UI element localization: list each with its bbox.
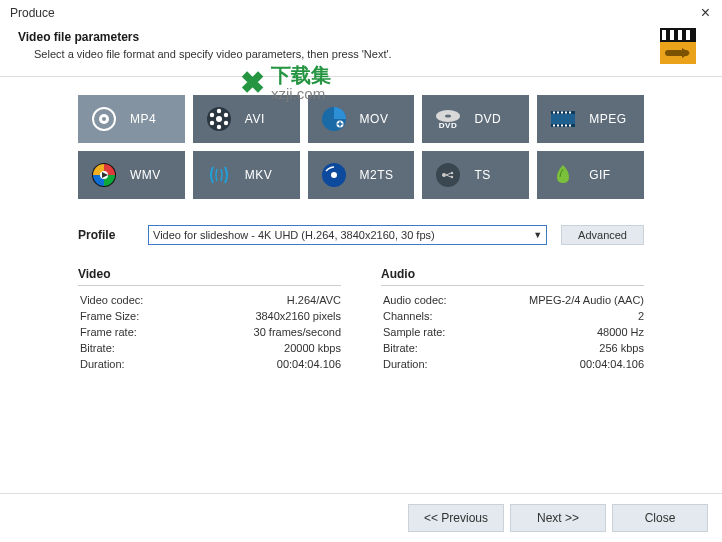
mp4-icon bbox=[90, 105, 118, 133]
format-mpeg[interactable]: MPEG bbox=[537, 95, 644, 143]
svg-rect-30 bbox=[553, 125, 555, 127]
spec-row: Frame Size:3840x2160 pixels bbox=[78, 308, 341, 324]
spec-row: Duration:00:04:04.106 bbox=[78, 356, 341, 372]
spec-row: Bitrate:20000 kbps bbox=[78, 340, 341, 356]
format-grid: MP4 AVI MOV DVD DVD MPEG bbox=[78, 95, 644, 199]
svg-rect-2 bbox=[670, 30, 674, 40]
chevron-down-icon: ▼ bbox=[533, 230, 542, 240]
spec-row: Video codec:H.264/AVC bbox=[78, 292, 341, 308]
svg-point-41 bbox=[451, 172, 453, 174]
svg-point-8 bbox=[102, 117, 106, 121]
close-icon[interactable]: × bbox=[697, 4, 714, 22]
profile-label: Profile bbox=[78, 228, 134, 242]
format-label: MPEG bbox=[589, 112, 626, 126]
format-label: TS bbox=[474, 168, 490, 182]
footer: << Previous Next >> Close bbox=[0, 493, 722, 542]
svg-text:DVD: DVD bbox=[439, 121, 457, 130]
close-button[interactable]: Close bbox=[612, 504, 708, 532]
format-label: MP4 bbox=[130, 112, 156, 126]
svg-point-39 bbox=[436, 163, 460, 187]
format-ts[interactable]: TS bbox=[422, 151, 529, 199]
specs: Video Video codec:H.264/AVC Frame Size:3… bbox=[78, 267, 644, 372]
svg-rect-31 bbox=[557, 125, 559, 127]
video-heading: Video bbox=[78, 267, 341, 286]
svg-rect-27 bbox=[561, 112, 563, 114]
svg-rect-26 bbox=[557, 112, 559, 114]
format-mp4[interactable]: MP4 bbox=[78, 95, 185, 143]
gif-icon bbox=[549, 161, 577, 189]
svg-rect-34 bbox=[569, 125, 571, 127]
titlebar: Produce × bbox=[0, 0, 722, 26]
svg-rect-29 bbox=[569, 112, 571, 114]
window-title: Produce bbox=[10, 6, 55, 20]
svg-point-42 bbox=[451, 176, 453, 178]
svg-rect-4 bbox=[686, 30, 690, 40]
spec-row: Duration:00:04:04.106 bbox=[381, 356, 644, 372]
m2ts-icon bbox=[320, 161, 348, 189]
svg-point-40 bbox=[442, 173, 446, 177]
ts-icon bbox=[434, 161, 462, 189]
next-button[interactable]: Next >> bbox=[510, 504, 606, 532]
spec-row: Bitrate:256 kbps bbox=[381, 340, 644, 356]
format-label: AVI bbox=[245, 112, 265, 126]
mpeg-icon bbox=[549, 105, 577, 133]
svg-rect-25 bbox=[553, 112, 555, 114]
format-label: WMV bbox=[130, 168, 161, 182]
format-wmv[interactable]: WMV bbox=[78, 151, 185, 199]
spec-row: Sample rate:48000 Hz bbox=[381, 324, 644, 340]
video-specs: Video Video codec:H.264/AVC Frame Size:3… bbox=[78, 267, 341, 372]
profile-row: Profile Video for slideshow - 4K UHD (H.… bbox=[78, 225, 644, 245]
format-label: MKV bbox=[245, 168, 273, 182]
svg-point-11 bbox=[224, 113, 228, 117]
wmv-icon bbox=[90, 161, 118, 189]
format-label: GIF bbox=[589, 168, 611, 182]
audio-heading: Audio bbox=[381, 267, 644, 286]
svg-point-14 bbox=[210, 121, 214, 125]
svg-rect-1 bbox=[662, 30, 666, 40]
format-label: M2TS bbox=[360, 168, 394, 182]
format-dvd[interactable]: DVD DVD bbox=[422, 95, 529, 143]
svg-rect-33 bbox=[565, 125, 567, 127]
page-subtitle: Select a video file format and specify v… bbox=[18, 48, 650, 60]
svg-rect-32 bbox=[561, 125, 563, 127]
svg-point-38 bbox=[331, 172, 337, 178]
format-avi[interactable]: AVI bbox=[193, 95, 300, 143]
format-mkv[interactable]: MKV bbox=[193, 151, 300, 199]
format-label: MOV bbox=[360, 112, 389, 126]
svg-rect-3 bbox=[678, 30, 682, 40]
advanced-button[interactable]: Advanced bbox=[561, 225, 644, 245]
avi-icon bbox=[205, 105, 233, 133]
svg-rect-28 bbox=[565, 112, 567, 114]
spec-row: Frame rate:30 frames/second bbox=[78, 324, 341, 340]
spec-row: Channels:2 bbox=[381, 308, 644, 324]
spec-row: Audio codec:MPEG-2/4 Audio (AAC) bbox=[381, 292, 644, 308]
mkv-icon bbox=[205, 161, 233, 189]
svg-point-16 bbox=[216, 116, 222, 122]
svg-point-12 bbox=[224, 121, 228, 125]
profile-select[interactable]: Video for slideshow - 4K UHD (H.264, 384… bbox=[148, 225, 547, 245]
audio-specs: Audio Audio codec:MPEG-2/4 Audio (AAC) C… bbox=[381, 267, 644, 372]
format-mov[interactable]: MOV bbox=[308, 95, 415, 143]
previous-button[interactable]: << Previous bbox=[408, 504, 504, 532]
format-label: DVD bbox=[474, 112, 501, 126]
mov-icon bbox=[320, 105, 348, 133]
header: Video file parameters Select a video fil… bbox=[0, 26, 722, 76]
format-gif[interactable]: GIF bbox=[537, 151, 644, 199]
svg-point-10 bbox=[217, 109, 221, 113]
svg-point-15 bbox=[210, 113, 214, 117]
clapperboard-icon bbox=[658, 26, 698, 66]
profile-selected: Video for slideshow - 4K UHD (H.264, 384… bbox=[153, 229, 435, 241]
dvd-icon: DVD bbox=[434, 105, 462, 133]
svg-point-13 bbox=[217, 125, 221, 129]
format-m2ts[interactable]: M2TS bbox=[308, 151, 415, 199]
page-title: Video file parameters bbox=[18, 30, 650, 44]
svg-point-20 bbox=[445, 115, 451, 118]
